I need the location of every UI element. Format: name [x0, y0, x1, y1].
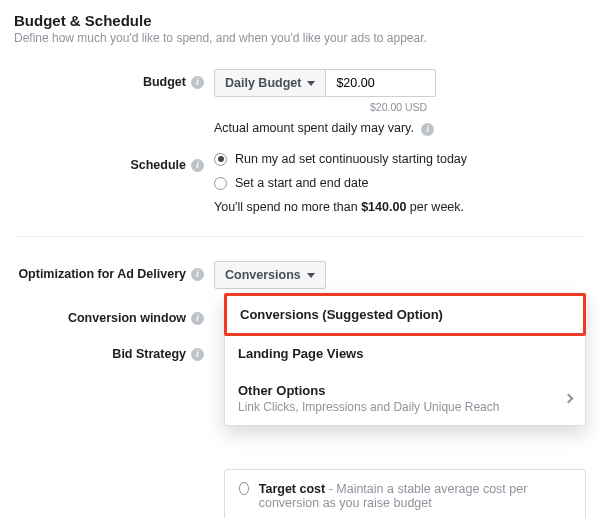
budget-row: Budget i Daily Budget $20.00 USD Actual … [14, 69, 586, 136]
optimization-section: Optimization for Ad Delivery i Conversio… [14, 261, 586, 361]
budget-label: Budget i [14, 69, 214, 89]
section-title: Budget & Schedule [14, 12, 586, 29]
radio-unselected-icon [239, 482, 249, 495]
optimization-row: Optimization for Ad Delivery i Conversio… [14, 261, 586, 289]
schedule-row: Schedule i Run my ad set continuously st… [14, 152, 586, 214]
schedule-opt-continuous[interactable]: Run my ad set continuously starting toda… [214, 152, 586, 166]
dd-item-other-options[interactable]: Other Options Link Clicks, Impressions a… [225, 372, 585, 425]
budget-note: Actual amount spent daily may vary. i [214, 121, 586, 136]
section-subtitle: Define how much you'd like to spend, and… [14, 31, 586, 45]
optimization-label: Optimization for Ad Delivery i [14, 261, 214, 281]
info-icon[interactable]: i [191, 159, 204, 172]
conversion-window-label: Conversion window i [14, 305, 214, 325]
radio-selected-icon [214, 153, 227, 166]
budget-helper: $20.00 USD [214, 101, 586, 113]
bid-strategy-area: Target cost - Maintain a stable average … [14, 469, 586, 518]
caret-down-icon [307, 81, 315, 86]
optimization-dropdown-menu: Conversions (Suggested Option) Landing P… [224, 293, 586, 426]
divider [14, 236, 586, 237]
info-icon[interactable]: i [191, 76, 204, 89]
radio-unselected-icon [214, 177, 227, 190]
budget-type-dropdown[interactable]: Daily Budget [214, 69, 326, 97]
optimization-dropdown[interactable]: Conversions [214, 261, 326, 289]
chevron-right-icon [564, 394, 574, 404]
schedule-opt-dates[interactable]: Set a start and end date [214, 176, 586, 190]
dd-item-conversions-suggested[interactable]: Conversions (Suggested Option) [224, 293, 586, 336]
caret-down-icon [307, 273, 315, 278]
target-cost-card: Target cost - Maintain a stable average … [224, 469, 586, 518]
info-icon[interactable]: i [421, 123, 434, 136]
bid-strategy-label: Bid Strategy i [14, 341, 214, 361]
schedule-label: Schedule i [14, 152, 214, 172]
spend-note: You'll spend no more than $140.00 per we… [214, 200, 586, 214]
info-icon[interactable]: i [191, 312, 204, 325]
info-icon[interactable]: i [191, 348, 204, 361]
budget-amount-input[interactable] [326, 69, 436, 97]
info-icon[interactable]: i [191, 268, 204, 281]
dd-item-landing-page-views[interactable]: Landing Page Views [225, 335, 585, 372]
bid-opt-target-cost[interactable]: Target cost - Maintain a stable average … [239, 482, 571, 510]
